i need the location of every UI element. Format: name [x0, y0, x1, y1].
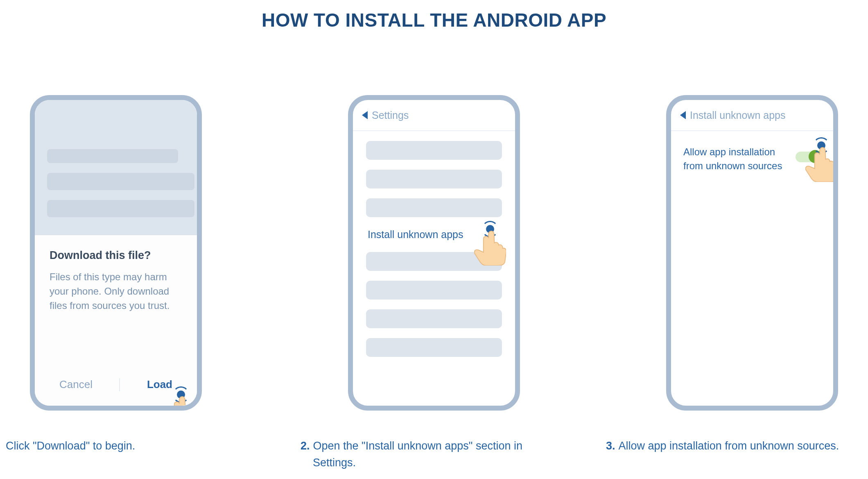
placeholder-line — [366, 281, 502, 300]
step-2-phone: Settings Install unknown apps — [348, 95, 520, 411]
download-dialog-actions: Cancel Load — [50, 376, 182, 393]
placeholder-line — [366, 309, 502, 328]
placeholder-line — [366, 198, 502, 217]
toggle-knob — [809, 150, 822, 163]
placeholder-line — [366, 252, 502, 271]
caption-text: Allow app installation from unknown sour… — [619, 440, 839, 452]
step-number: 2. — [301, 440, 310, 452]
step-1-phone: Download this file? Files of this type m… — [30, 95, 202, 411]
phone-backdrop — [35, 100, 197, 235]
caption-text: Open the "Install unknown apps" section … — [313, 440, 522, 469]
step-number: 3. — [606, 440, 615, 452]
step-3-phone: Install unknown apps Allow app installat… — [666, 95, 838, 411]
load-button[interactable]: Load — [137, 376, 182, 393]
cancel-button[interactable]: Cancel — [50, 376, 102, 393]
step-1: Download this file? Files of this type m… — [28, 95, 204, 411]
allow-unknown-sources-label: Allow app installation from unknown sour… — [683, 145, 789, 173]
caption-text: Click "Download" to begin. — [6, 440, 135, 452]
placeholder-line — [47, 200, 194, 217]
download-dialog: Download this file? Files of this type m… — [35, 235, 197, 406]
steps-row: Download this file? Files of this type m… — [0, 95, 868, 411]
download-dialog-title: Download this file? — [50, 249, 182, 262]
install-unknown-apps-item[interactable]: Install unknown apps — [366, 227, 502, 242]
settings-list: Install unknown apps — [353, 131, 515, 357]
back-icon[interactable] — [680, 111, 686, 119]
unknown-apps-header[interactable]: Install unknown apps — [671, 100, 833, 131]
page-title: HOW TO INSTALL THE ANDROID APP — [0, 9, 868, 31]
back-icon[interactable] — [362, 111, 368, 119]
step-3: Install unknown apps Allow app installat… — [664, 95, 840, 411]
step-3-caption: 3.Allow app installation from unknown so… — [606, 438, 868, 454]
download-dialog-body: Files of this type may harm your phone. … — [50, 270, 182, 313]
unknown-apps-body: Allow app installation from unknown sour… — [671, 131, 833, 173]
placeholder-line — [47, 173, 194, 190]
step-2-caption: 2.Open the "Install unknown apps" sectio… — [301, 438, 530, 471]
button-divider — [119, 378, 120, 391]
placeholder-line — [366, 170, 502, 188]
step-1-caption: Click "Download" to begin. — [0, 438, 205, 454]
unknown-apps-header-label: Install unknown apps — [690, 109, 785, 121]
placeholder-line — [366, 338, 502, 357]
settings-header-label: Settings — [372, 109, 409, 121]
placeholder-line — [47, 149, 178, 163]
allow-unknown-sources-toggle[interactable] — [796, 152, 821, 162]
step-2: Settings Install unknown apps — [346, 95, 522, 411]
settings-header[interactable]: Settings — [353, 100, 515, 131]
page: HOW TO INSTALL THE ANDROID APP Download … — [0, 0, 868, 479]
placeholder-line — [366, 141, 502, 160]
